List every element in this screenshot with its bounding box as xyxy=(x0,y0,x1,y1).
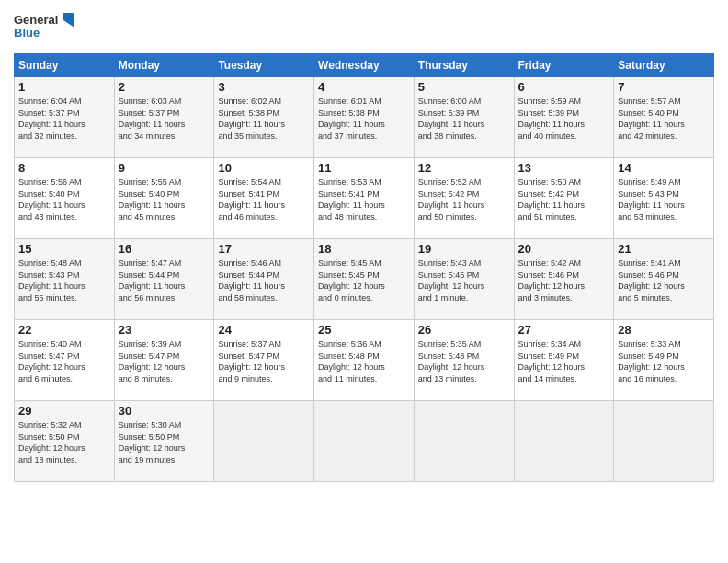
day-info: Sunrise: 5:54 AM Sunset: 5:41 PM Dayligh… xyxy=(218,177,310,223)
day-number: 10 xyxy=(218,161,310,175)
day-number: 21 xyxy=(618,242,710,256)
day-info: Sunrise: 5:37 AM Sunset: 5:47 PM Dayligh… xyxy=(218,339,310,385)
day-number: 15 xyxy=(18,242,110,256)
day-info: Sunrise: 5:50 AM Sunset: 5:42 PM Dayligh… xyxy=(518,177,610,223)
calendar-week-4: 29Sunrise: 5:32 AM Sunset: 5:50 PM Dayli… xyxy=(15,401,714,482)
calendar-cell xyxy=(314,401,415,482)
calendar-cell: 23Sunrise: 5:39 AM Sunset: 5:47 PM Dayli… xyxy=(114,320,214,401)
calendar-cell: 25Sunrise: 5:36 AM Sunset: 5:48 PM Dayli… xyxy=(314,320,415,401)
day-info: Sunrise: 5:40 AM Sunset: 5:47 PM Dayligh… xyxy=(18,339,110,385)
header-row: SundayMondayTuesdayWednesdayThursdayFrid… xyxy=(15,54,714,77)
calendar-week-1: 8Sunrise: 5:56 AM Sunset: 5:40 PM Daylig… xyxy=(15,158,714,239)
calendar-cell: 30Sunrise: 5:30 AM Sunset: 5:50 PM Dayli… xyxy=(114,401,214,482)
day-number: 2 xyxy=(119,80,210,94)
day-number: 19 xyxy=(418,242,510,256)
day-info: Sunrise: 5:53 AM Sunset: 5:41 PM Dayligh… xyxy=(318,177,410,223)
day-number: 27 xyxy=(518,323,610,337)
header-cell-saturday: Saturday xyxy=(614,54,714,77)
day-info: Sunrise: 5:34 AM Sunset: 5:49 PM Dayligh… xyxy=(518,339,610,385)
day-number: 29 xyxy=(18,404,110,418)
day-info: Sunrise: 5:48 AM Sunset: 5:43 PM Dayligh… xyxy=(18,258,110,304)
calendar-cell: 1Sunrise: 6:04 AM Sunset: 5:37 PM Daylig… xyxy=(15,77,115,158)
calendar-cell xyxy=(614,401,714,482)
day-number: 16 xyxy=(119,242,210,256)
day-number: 13 xyxy=(518,161,610,175)
day-number: 26 xyxy=(418,323,510,337)
day-number: 1 xyxy=(18,80,110,94)
day-number: 4 xyxy=(318,80,410,94)
calendar-cell: 9Sunrise: 5:55 AM Sunset: 5:40 PM Daylig… xyxy=(114,158,214,239)
day-number: 22 xyxy=(18,323,110,337)
day-number: 6 xyxy=(518,80,610,94)
calendar-cell: 7Sunrise: 5:57 AM Sunset: 5:40 PM Daylig… xyxy=(614,77,714,158)
calendar-cell: 29Sunrise: 5:32 AM Sunset: 5:50 PM Dayli… xyxy=(15,401,115,482)
day-number: 11 xyxy=(318,161,410,175)
day-info: Sunrise: 5:49 AM Sunset: 5:43 PM Dayligh… xyxy=(618,177,710,223)
calendar-cell: 2Sunrise: 6:03 AM Sunset: 5:37 PM Daylig… xyxy=(114,77,214,158)
calendar-cell: 16Sunrise: 5:47 AM Sunset: 5:44 PM Dayli… xyxy=(114,239,214,320)
calendar-cell: 12Sunrise: 5:52 AM Sunset: 5:42 PM Dayli… xyxy=(414,158,514,239)
day-info: Sunrise: 5:35 AM Sunset: 5:48 PM Dayligh… xyxy=(418,339,510,385)
calendar-cell: 19Sunrise: 5:43 AM Sunset: 5:45 PM Dayli… xyxy=(414,239,514,320)
day-info: Sunrise: 6:03 AM Sunset: 5:37 PM Dayligh… xyxy=(119,96,210,142)
calendar-cell xyxy=(214,401,314,482)
day-info: Sunrise: 5:32 AM Sunset: 5:50 PM Dayligh… xyxy=(18,419,110,465)
calendar-cell: 6Sunrise: 5:59 AM Sunset: 5:39 PM Daylig… xyxy=(514,77,614,158)
day-number: 18 xyxy=(318,242,410,256)
day-number: 20 xyxy=(518,242,610,256)
day-info: Sunrise: 5:55 AM Sunset: 5:40 PM Dayligh… xyxy=(119,177,210,223)
calendar-cell: 13Sunrise: 5:50 AM Sunset: 5:42 PM Dayli… xyxy=(514,158,614,239)
day-info: Sunrise: 5:56 AM Sunset: 5:40 PM Dayligh… xyxy=(18,177,110,223)
day-info: Sunrise: 5:47 AM Sunset: 5:44 PM Dayligh… xyxy=(119,258,210,304)
day-number: 12 xyxy=(418,161,510,175)
svg-marker-2 xyxy=(63,13,74,28)
calendar-week-3: 22Sunrise: 5:40 AM Sunset: 5:47 PM Dayli… xyxy=(15,320,714,401)
day-info: Sunrise: 5:33 AM Sunset: 5:49 PM Dayligh… xyxy=(618,339,710,385)
day-number: 14 xyxy=(618,161,710,175)
day-info: Sunrise: 5:59 AM Sunset: 5:39 PM Dayligh… xyxy=(518,96,610,142)
calendar-cell: 10Sunrise: 5:54 AM Sunset: 5:41 PM Dayli… xyxy=(214,158,314,239)
calendar-cell: 8Sunrise: 5:56 AM Sunset: 5:40 PM Daylig… xyxy=(15,158,115,239)
calendar-cell: 21Sunrise: 5:41 AM Sunset: 5:46 PM Dayli… xyxy=(614,239,714,320)
day-info: Sunrise: 5:42 AM Sunset: 5:46 PM Dayligh… xyxy=(518,258,610,304)
calendar-cell: 20Sunrise: 5:42 AM Sunset: 5:46 PM Dayli… xyxy=(514,239,614,320)
header-cell-thursday: Thursday xyxy=(414,54,514,77)
day-info: Sunrise: 6:01 AM Sunset: 5:38 PM Dayligh… xyxy=(318,96,410,142)
calendar-cell: 22Sunrise: 5:40 AM Sunset: 5:47 PM Dayli… xyxy=(15,320,115,401)
header-cell-tuesday: Tuesday xyxy=(214,54,314,77)
svg-text:General: General xyxy=(14,13,58,27)
calendar-table: SundayMondayTuesdayWednesdayThursdayFrid… xyxy=(14,53,714,482)
day-info: Sunrise: 5:30 AM Sunset: 5:50 PM Dayligh… xyxy=(119,419,210,465)
calendar-cell: 5Sunrise: 6:00 AM Sunset: 5:39 PM Daylig… xyxy=(414,77,514,158)
day-number: 25 xyxy=(318,323,410,337)
day-number: 17 xyxy=(218,242,310,256)
day-number: 5 xyxy=(418,80,510,94)
day-info: Sunrise: 5:57 AM Sunset: 5:40 PM Dayligh… xyxy=(618,96,710,142)
day-number: 8 xyxy=(18,161,110,175)
calendar-cell xyxy=(414,401,514,482)
day-number: 28 xyxy=(618,323,710,337)
day-info: Sunrise: 5:39 AM Sunset: 5:47 PM Dayligh… xyxy=(119,339,210,385)
logo: General Blue xyxy=(14,9,78,48)
day-info: Sunrise: 5:52 AM Sunset: 5:42 PM Dayligh… xyxy=(418,177,510,223)
day-number: 23 xyxy=(119,323,210,337)
calendar-cell: 11Sunrise: 5:53 AM Sunset: 5:41 PM Dayli… xyxy=(314,158,415,239)
day-number: 24 xyxy=(218,323,310,337)
day-info: Sunrise: 5:46 AM Sunset: 5:44 PM Dayligh… xyxy=(218,258,310,304)
header-cell-friday: Friday xyxy=(514,54,614,77)
calendar-cell: 28Sunrise: 5:33 AM Sunset: 5:49 PM Dayli… xyxy=(614,320,714,401)
calendar-cell: 4Sunrise: 6:01 AM Sunset: 5:38 PM Daylig… xyxy=(314,77,415,158)
day-number: 3 xyxy=(218,80,310,94)
calendar-cell: 27Sunrise: 5:34 AM Sunset: 5:49 PM Dayli… xyxy=(514,320,614,401)
day-info: Sunrise: 5:36 AM Sunset: 5:48 PM Dayligh… xyxy=(318,339,410,385)
header: General Blue xyxy=(14,9,714,48)
calendar-week-0: 1Sunrise: 6:04 AM Sunset: 5:37 PM Daylig… xyxy=(15,77,714,158)
day-info: Sunrise: 5:45 AM Sunset: 5:45 PM Dayligh… xyxy=(318,258,410,304)
calendar-cell xyxy=(514,401,614,482)
svg-text:Blue: Blue xyxy=(14,26,40,40)
day-number: 7 xyxy=(618,80,710,94)
calendar-cell: 3Sunrise: 6:02 AM Sunset: 5:38 PM Daylig… xyxy=(214,77,314,158)
header-cell-sunday: Sunday xyxy=(15,54,115,77)
calendar-cell: 15Sunrise: 5:48 AM Sunset: 5:43 PM Dayli… xyxy=(15,239,115,320)
day-number: 9 xyxy=(119,161,210,175)
